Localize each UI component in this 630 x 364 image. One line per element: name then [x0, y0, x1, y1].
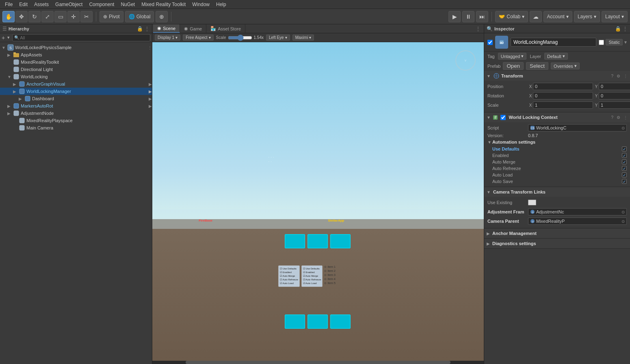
wlc-active-checkbox[interactable] [500, 115, 506, 120]
tab-asset-store[interactable]: 🏪 Asset Store [206, 24, 245, 33]
select-btn[interactable]: Select [526, 62, 548, 70]
menu-file[interactable]: File [2, 1, 16, 8]
scene-viewport[interactable]: · · ·· · · · ·· · FireBase StellarApp ☑ … [152, 42, 484, 364]
diagnostics-header[interactable]: ▶ Diagnostics settings [484, 239, 630, 248]
lock-icon[interactable]: 🔒 [137, 26, 143, 32]
menu-help[interactable]: Help [213, 1, 229, 8]
tree-item-markersautorot[interactable]: ▶ MarkersAutoRot ▶ [0, 102, 152, 110]
pos-x-input[interactable] [533, 83, 593, 90]
cloud-btn[interactable]: ☁ [530, 11, 542, 22]
hand-tool-btn[interactable]: ✋ [2, 11, 15, 22]
wlc-settings-icon[interactable]: ⚙ [617, 115, 620, 120]
menu-assets[interactable]: Assets [31, 1, 52, 8]
cyan-boxes-top [285, 234, 351, 248]
overrides-dropdown[interactable]: Overrides ▾ [551, 62, 580, 69]
global-btn[interactable]: 🌐 Global [125, 11, 154, 22]
static-checkbox[interactable] [599, 40, 604, 45]
display-dropdown[interactable]: Display 1 ▾ [155, 34, 180, 41]
tab-game[interactable]: ◉ Game [180, 24, 206, 33]
wlc-menu-icon[interactable]: ⋮ [624, 115, 628, 120]
layers-dropdown[interactable]: Layers ▾ [574, 11, 600, 22]
tree-item-anchorgraph[interactable]: ▶ AnchorGraphVisual ▶ [0, 80, 152, 88]
pivot-btn[interactable]: ⊕ Pivot [100, 11, 123, 22]
tree-item-appassets[interactable]: ▶ AppAssets [0, 51, 152, 58]
pause-btn[interactable]: ⏸ [462, 11, 474, 22]
layout-dropdown[interactable]: Layout ▾ [602, 11, 628, 22]
menu-nuget[interactable]: NuGet [117, 1, 138, 8]
layer-dropdown[interactable]: Default ▾ [544, 53, 568, 60]
inspector-menu-btn[interactable]: ⋮ [623, 26, 628, 32]
menu-window[interactable]: Window [189, 1, 213, 8]
camera-parent-field[interactable]: ⊙ MixedRealityP ⊙ [528, 218, 627, 225]
rotate-tool-btn[interactable]: ↻ [28, 11, 41, 22]
scale-row: Scale X Y Z [487, 101, 627, 109]
tree-item-maincamera[interactable]: ▶ Main Camera [0, 124, 152, 131]
layers-chevron: ▾ [594, 14, 596, 19]
auto-save-checkbox[interactable]: ✓ [622, 179, 627, 184]
anchor-management-header[interactable]: ▶ Anchor Management [484, 228, 630, 238]
open-btn[interactable]: Open [503, 62, 524, 70]
inspector-lock-icon[interactable]: 🔒 [615, 26, 621, 32]
rect-tool-btn[interactable]: ▭ [54, 11, 67, 22]
tab-scene[interactable]: ◉ Scene [153, 24, 180, 33]
move-tool-btn[interactable]: ✥ [15, 11, 28, 22]
tree-item-worldlocking[interactable]: ▼ WorldLocking [0, 73, 152, 80]
menu-mixed-reality[interactable]: Mixed Reality Toolkit [138, 1, 189, 8]
tree-item-directionallight[interactable]: ▶ Directional Light [0, 66, 152, 73]
menu-edit[interactable]: Edit [16, 1, 31, 8]
camera-transform-header[interactable]: ▼ Camera Transform Links [484, 187, 630, 197]
tree-item-mixedrealityplayspace[interactable]: ▶ MixedRealityPlayspace [0, 117, 152, 124]
scale-x-input[interactable] [533, 101, 593, 109]
scale-tool-btn[interactable]: ⤢ [41, 11, 54, 22]
tree-item-dashboard[interactable]: ▶ Dashboard ▶ [0, 95, 152, 102]
adjustment-frame-field[interactable]: ⊙ AdjustmentNc ⊙ [528, 208, 627, 215]
collab-icon: 🤝 [499, 14, 505, 19]
transform-tool-btn[interactable]: ✛ [67, 11, 80, 22]
object-active-checkbox[interactable] [487, 40, 493, 45]
maximize-dropdown[interactable]: Maximi ▾ [292, 34, 314, 41]
pos-y-input[interactable] [599, 83, 630, 90]
rot-x-input[interactable] [533, 92, 593, 99]
search-box[interactable]: 🔍 [12, 34, 150, 41]
auto-refreeze-checkbox[interactable]: ✓ [622, 166, 627, 171]
account-dropdown[interactable]: Account ▾ [543, 11, 572, 22]
object-name-input[interactable] [511, 38, 596, 47]
enabled-checkbox[interactable]: ✓ [622, 153, 627, 158]
eye-dropdown[interactable]: Left Eye ▾ [266, 34, 290, 41]
search-input[interactable] [20, 35, 148, 40]
tree-item-mixedreality[interactable]: ▶ MixedRealityToolkit [0, 58, 152, 66]
hierarchy-menu-btn[interactable]: ⋮ [145, 26, 149, 32]
center-tool-btn[interactable]: ⊕ [156, 11, 168, 22]
tree-item-adjustmentnode[interactable]: ▶ AdjustmentNode [0, 110, 152, 117]
options-btn-root[interactable]: ⋮ [148, 45, 152, 50]
tree-item-worldlockedphysics[interactable]: ▼ S WorldLockedPhysicsSample ⋮ [0, 44, 152, 51]
use-defaults-checkbox[interactable]: ✓ [622, 146, 627, 151]
automation-collapse-icon[interactable]: ▼ [487, 140, 491, 144]
collab-btn[interactable]: 🤝 Collab ▾ [495, 11, 528, 22]
script-field[interactable]: CS WorldLockingC ⊙ [528, 124, 627, 131]
custom-tool-btn[interactable]: ✂ [80, 11, 93, 22]
wlc-help-icon[interactable]: ? [611, 115, 613, 120]
transform-header[interactable]: ▼ Transform ? ⚙ ⋮ [484, 71, 630, 81]
auto-load-checkbox[interactable]: ✓ [622, 172, 627, 177]
scene-panel-menu[interactable]: ⋮ [473, 24, 483, 33]
transform-menu-icon[interactable]: ⋮ [624, 74, 628, 78]
tag-dropdown[interactable]: Untagged ▾ [498, 53, 527, 60]
aspect-dropdown[interactable]: Free Aspect ▾ [183, 34, 213, 41]
step-btn[interactable]: ⏭ [476, 11, 488, 22]
scale-slider[interactable] [228, 34, 252, 41]
help-icon[interactable]: ? [611, 74, 613, 78]
auto-merge-checkbox[interactable]: ✓ [622, 159, 627, 164]
rot-y-input[interactable] [599, 92, 630, 99]
add-btn[interactable]: + [2, 34, 5, 41]
menu-component[interactable]: Component [86, 1, 117, 8]
settings-icon[interactable]: ⚙ [617, 74, 620, 78]
wlc-header[interactable]: ▼ # World Locking Context ? ⚙ ⋮ [484, 112, 630, 122]
tree-item-worldlockingmanager[interactable]: ▶ WorldLockingManager ▶ [0, 88, 152, 95]
menu-gameobject[interactable]: GameObject [52, 1, 86, 8]
scene-scrollbar-h[interactable] [152, 361, 484, 364]
play-btn[interactable]: ▶ [448, 11, 461, 22]
static-dropdown-icon[interactable]: ▾ [624, 39, 627, 45]
scene-gizmo[interactable]: Y [455, 50, 476, 71]
scale-y-input[interactable] [599, 101, 630, 109]
